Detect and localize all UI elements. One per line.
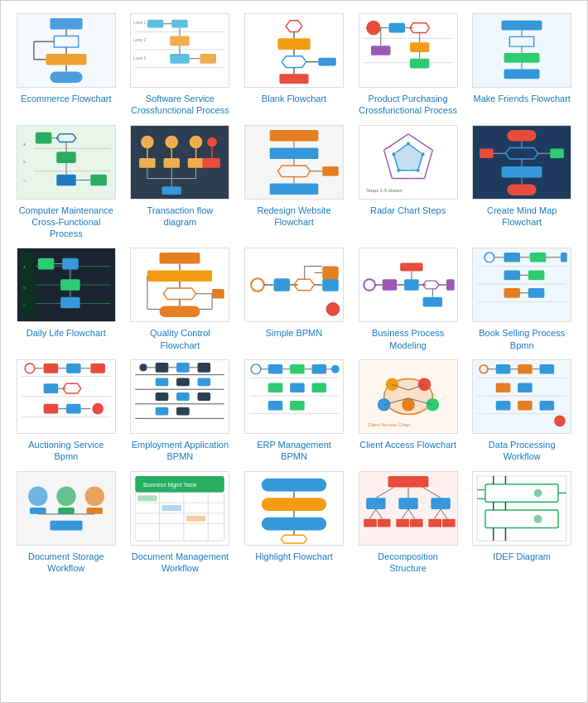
- template-label-11: Daily Life Flowchart: [27, 327, 106, 339]
- template-label-17: Employment Application BPMN: [130, 439, 229, 463]
- template-item-4[interactable]: Product Purchasing Crossfunctional Proce…: [355, 13, 461, 117]
- svg-point-250: [426, 398, 439, 412]
- template-item-25[interactable]: IDEF Diagram: [469, 471, 575, 575]
- template-item-24[interactable]: Decomposition Structure: [355, 471, 461, 575]
- svg-rect-69: [90, 174, 107, 185]
- svg-marker-142: [164, 288, 196, 300]
- thumbnail-24: [359, 471, 458, 546]
- svg-point-273: [28, 486, 47, 505]
- svg-line-308: [369, 509, 376, 519]
- thumbnail-21: [17, 471, 116, 546]
- template-item-13[interactable]: Simple BPMN: [241, 248, 347, 351]
- svg-rect-204: [43, 404, 58, 414]
- template-item-11[interactable]: A B C Daily Life Flowchart: [13, 248, 119, 351]
- template-item-18[interactable]: ERP Management BPMN: [241, 359, 347, 463]
- template-label-12: Quality Control Flowchart: [130, 327, 229, 351]
- svg-rect-316: [396, 518, 409, 527]
- svg-point-72: [166, 135, 179, 148]
- template-item-17[interactable]: Employment Application BPMN: [128, 359, 234, 463]
- template-label-10: Create Mind Map Flowchart: [472, 205, 571, 229]
- svg-rect-61: [36, 132, 52, 143]
- svg-rect-307: [431, 498, 450, 509]
- template-item-20[interactable]: Data Processing Workflow: [469, 359, 575, 463]
- svg-text:Client Access Chart: Client Access Chart: [368, 422, 410, 427]
- template-item-1[interactable]: Ecommerce Flowchart: [13, 13, 119, 117]
- thumbnail-11: A B C: [17, 248, 116, 322]
- template-item-14[interactable]: Business Process Modeling: [355, 248, 461, 351]
- svg-rect-48: [502, 21, 542, 31]
- svg-text:C: C: [23, 179, 26, 183]
- template-label-24: Decomposition Structure: [359, 551, 458, 575]
- svg-rect-274: [30, 508, 46, 514]
- template-item-8[interactable]: Redesign Website Flowchart: [241, 125, 347, 240]
- template-label-8: Redesign Website Flowchart: [244, 205, 344, 229]
- svg-rect-112: [508, 129, 537, 141]
- template-item-5[interactable]: Make Friends Flowchart: [469, 13, 575, 117]
- svg-rect-240: [268, 383, 283, 392]
- svg-rect-291: [138, 495, 157, 501]
- template-item-2[interactable]: Lane 1 Lane 2 Lane 3 Software Service Cr…: [128, 13, 234, 117]
- svg-rect-44: [410, 59, 429, 69]
- svg-rect-241: [290, 383, 305, 392]
- template-item-7[interactable]: Transaction flow diagram: [128, 125, 234, 240]
- template-label-15: Book Selling Process Bpmn: [472, 327, 571, 351]
- svg-rect-314: [364, 518, 377, 527]
- svg-rect-135: [60, 280, 80, 291]
- svg-rect-237: [311, 364, 326, 374]
- svg-rect-318: [428, 518, 441, 527]
- template-item-3[interactable]: Blank Flowchart: [241, 13, 347, 117]
- svg-point-239: [331, 365, 340, 373]
- template-item-15[interactable]: Book Selling Process Bpmn: [469, 248, 575, 351]
- svg-point-71: [141, 135, 154, 148]
- svg-rect-265: [540, 364, 555, 374]
- svg-rect-270: [540, 401, 555, 411]
- svg-rect-201: [43, 383, 58, 393]
- svg-point-248: [402, 398, 415, 412]
- svg-rect-38: [388, 23, 405, 33]
- svg-rect-88: [162, 186, 181, 195]
- template-item-9[interactable]: Steps 1-5 shown Radar Chart Steps: [355, 125, 461, 240]
- svg-rect-226: [156, 407, 169, 416]
- svg-rect-223: [156, 392, 169, 401]
- svg-line-313: [441, 509, 447, 519]
- thumbnail-23: [244, 471, 344, 546]
- svg-rect-116: [480, 148, 494, 158]
- thumbnail-6: A B C: [17, 125, 116, 200]
- svg-line-312: [434, 509, 441, 519]
- svg-marker-2: [54, 36, 78, 47]
- template-item-22[interactable]: Business Mgmt Table Document Management …: [128, 471, 234, 575]
- template-item-10[interactable]: Create Mind Map Flowchart: [469, 125, 575, 240]
- svg-line-302: [375, 487, 393, 498]
- svg-rect-182: [530, 253, 547, 262]
- template-item-23[interactable]: Highlight Flowchart: [241, 471, 347, 575]
- template-item-21[interactable]: Document Storage Workflow: [13, 471, 119, 575]
- svg-point-150: [251, 279, 264, 292]
- template-item-12[interactable]: Quality Control Flowchart: [128, 248, 234, 351]
- svg-rect-224: [176, 392, 190, 401]
- svg-rect-317: [410, 518, 423, 527]
- template-item-19[interactable]: Client Access Chart Client Access Flowch…: [355, 359, 461, 463]
- svg-point-105: [407, 142, 410, 145]
- svg-point-161: [326, 303, 340, 316]
- svg-rect-122: [508, 184, 537, 195]
- template-label-21: Document Storage Workflow: [17, 551, 116, 575]
- svg-rect-4: [46, 54, 86, 65]
- svg-rect-152: [274, 279, 291, 292]
- svg-rect-91: [270, 147, 319, 159]
- template-label-6: Computer Maintenance Cross-Functional Pr…: [17, 205, 116, 240]
- svg-rect-81: [188, 158, 205, 168]
- svg-text:A: A: [23, 142, 26, 147]
- svg-rect-33: [279, 74, 308, 84]
- template-item-16[interactable]: Auctioning Service Bpmn: [13, 359, 119, 463]
- thumbnail-16: [17, 359, 116, 434]
- svg-rect-225: [198, 392, 211, 401]
- thumbnail-1: [17, 13, 116, 88]
- svg-rect-118: [550, 148, 564, 158]
- svg-point-213: [140, 364, 148, 372]
- thumbnail-2: Lane 1 Lane 2 Lane 3: [130, 13, 229, 88]
- svg-rect-46: [371, 46, 390, 55]
- svg-point-194: [25, 364, 35, 373]
- template-item-6[interactable]: A B C Computer Maintenance Cross-Functio…: [13, 125, 119, 240]
- template-label-25: IDEF Diagram: [493, 551, 551, 562]
- svg-point-271: [554, 416, 566, 427]
